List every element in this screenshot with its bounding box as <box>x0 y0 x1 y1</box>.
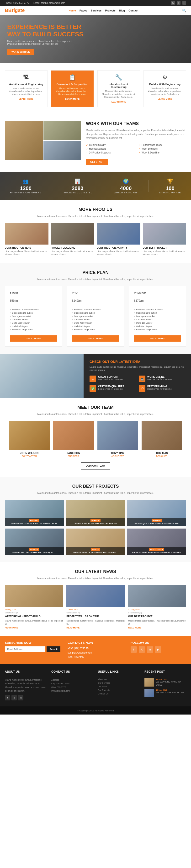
best-project-5: MASTER MASTER PLAN OF PROJECT IN THE YOU… <box>66 529 125 555</box>
nav-projects[interactable]: Projects <box>105 9 115 12</box>
service-desc: Mauris mattis auctor cursus. Phasellus t… <box>147 87 182 96</box>
best-projects-title: OUR BEST PROJECTS <box>5 484 186 489</box>
learn-more-link[interactable]: Learn More <box>55 98 90 100</box>
news-img <box>66 585 124 607</box>
service-title: Architecture & Engineering <box>9 83 44 86</box>
project-label: MATERIAL WE USE QUALITY MATERIAL IS GOOD… <box>127 518 186 526</box>
instagram-icon[interactable]: in <box>182 1 186 5</box>
price-feature: Best agency market <box>134 315 181 317</box>
news-card-3: 17 May, 2019 Construction (0) OUR BEST P… <box>128 585 186 629</box>
project-name: CONSTRUCTION ACTIVITY <box>97 246 140 249</box>
footer-recent-title: RECENT POST <box>145 670 165 675</box>
read-more-link[interactable]: Read More <box>128 626 186 629</box>
idea-feat-text: CERTIFIED QUALITIES Best Service for Cus… <box>98 385 124 390</box>
search-icon[interactable]: 🔍 <box>182 9 186 12</box>
instagram-social-link[interactable]: in <box>147 646 153 653</box>
news-excerpt: Mauris mattis auctor cursus. Phasellus t… <box>66 619 124 625</box>
price-cta-premium[interactable]: GET STARTED <box>134 335 181 342</box>
news-section: OUR LATEST NEWS Mauris mattis auctor cur… <box>0 562 191 636</box>
winners-icon: 🏆 <box>159 178 181 184</box>
team-name: JANE SON <box>53 452 94 455</box>
feat-sub: Best Service for Customer <box>147 388 173 390</box>
facebook-social-link[interactable]: f <box>130 646 137 653</box>
services-section: 🏗 Architecture & Engineering Mauris matt… <box>0 63 191 114</box>
idea-feature-quality: ✅ CERTIFIED QUALITIES Best Service for C… <box>89 385 136 392</box>
nav-blog[interactable]: Blog <box>119 9 125 12</box>
email-label: Email: sample@example.com <box>33 2 65 4</box>
feat-sub: Best Service for Customer <box>98 388 124 390</box>
price-cards: START $59/m Build with advance business … <box>5 286 186 347</box>
footer-link-about[interactable]: About Us <box>98 678 140 681</box>
price-feature: Unlimited Pages <box>134 325 181 328</box>
service-card-consultant: 📋 Consultant & Preparation Mauris mattis… <box>51 70 94 107</box>
footer-news-item-1: 17 May 2019 WE WORKING HARD TO BUILD <box>145 678 186 687</box>
footer-link-services[interactable]: Our Services <box>98 682 140 684</box>
nav-services[interactable]: Services <box>91 9 102 12</box>
twitter-icon[interactable]: 𝕏 <box>171 1 175 5</box>
team-photo <box>9 421 50 450</box>
branches-number: 4000 <box>114 185 138 191</box>
youtube-social-link[interactable]: ▶ <box>155 646 161 653</box>
news-card-1: 17 May, 2019 Construction (0) WE WORKING… <box>5 585 63 629</box>
footer-contact-phone: (206) 555 7777 <box>51 686 93 689</box>
work-img-1 <box>5 121 43 160</box>
footer-instagram-icon[interactable]: in <box>18 695 24 701</box>
subscribe-input[interactable] <box>5 646 45 652</box>
learn-more-link[interactable]: Learn More <box>9 98 44 100</box>
footer-link-projects[interactable]: Our Projects <box>98 689 140 691</box>
news-article-title: OUR BEST PROJECT <box>128 615 186 618</box>
learn-more-link[interactable]: Learn More <box>101 101 136 103</box>
project-tag: MATERIAL <box>152 519 162 522</box>
subscribe-form: Submit <box>5 646 61 652</box>
nav-home[interactable]: Home <box>69 9 76 12</box>
footer-twitter-icon[interactable]: 𝕏 <box>11 695 17 701</box>
price-feature: Best agency market <box>72 315 119 317</box>
subscribe-button[interactable]: Submit <box>46 646 61 652</box>
footer-link-team[interactable]: Our Team <box>98 685 140 688</box>
hero-content: EXPERIENCE IS BETTER WAY TO BUILD SUCCES… <box>7 23 83 55</box>
footer-news-img <box>145 689 154 697</box>
price-card-start: START $59/m Build with advance business … <box>5 286 62 347</box>
work-img-2 <box>43 121 81 140</box>
hero-cta-button[interactable]: WORK WITH US <box>7 49 34 55</box>
read-more-link[interactable]: Read More <box>5 626 63 629</box>
join-team-button[interactable]: JOIN OUR TEAM <box>81 462 110 469</box>
idea-features: 🛡 GREAT SUPPORT Best Service for Custome… <box>89 376 185 392</box>
team-photo <box>98 421 138 450</box>
project-card-2: PROJECT DEADLINE Ut at magna aliqua. Mau… <box>51 223 94 256</box>
nav-contact[interactable]: Contact <box>128 9 138 12</box>
team-photo <box>53 421 94 450</box>
idea-section: CHECK OUT OUR LATEST IDEA Mauris mattis … <box>0 354 191 398</box>
project-img-construction <box>5 223 48 245</box>
news-title: OUR LATEST NEWS <box>5 569 186 574</box>
project-sub: Ut at magna aliqua. Mauris tincidunt urn… <box>143 250 187 256</box>
feat-title: BEST BRANDING <box>147 385 173 388</box>
news-img <box>128 585 186 607</box>
get-start-button[interactable]: GET START <box>86 159 108 165</box>
project-label: MASTER MASTER PLAN OF PROJECT IN THE YOU… <box>66 547 125 555</box>
price-per: /m <box>140 299 144 302</box>
more-title: MORE FROM US <box>5 207 186 212</box>
learn-more-link[interactable]: Learn More <box>147 98 182 100</box>
twitter-social-link[interactable]: 𝕏 <box>139 646 145 653</box>
facebook-icon[interactable]: f <box>177 1 181 5</box>
read-more-link[interactable]: Read More <box>66 626 124 629</box>
price-cta-start[interactable]: GET STARTED <box>10 335 57 342</box>
news-subtitle: Mauris mattis auctor cursus. Phasellus t… <box>36 577 155 581</box>
footer-contact-city: City, County 12345 <box>51 682 93 685</box>
navigation: BBrigate Home Pages Services Projects Bl… <box>0 6 191 15</box>
nav-pages[interactable]: Pages <box>79 9 87 12</box>
footer-facebook-icon[interactable]: f <box>5 695 10 701</box>
team-photo <box>142 421 182 450</box>
project-label: PROJECT PROJECT WILL BE ON TIME AND BEST… <box>5 547 64 555</box>
project-label: ARCHITECTURE ARCHITECTURE AND ENGINEERIN… <box>127 547 186 555</box>
builder-icon: ⚙ <box>147 74 182 81</box>
logo[interactable]: BBrigate <box>5 8 25 13</box>
nav-links: Home Pages Services Projects Blog Contac… <box>69 9 138 12</box>
footer-link-contact[interactable]: Contact Us <box>98 692 140 695</box>
team-name: TONY TINY <box>98 452 138 455</box>
news-date: 17 May, 2019 <box>5 609 63 611</box>
hero-title: EXPERIENCE IS BETTER WAY TO BUILD SUCCES… <box>7 23 83 38</box>
price-cta-pro[interactable]: GET STARTED <box>72 335 119 342</box>
project-tag: MASTER <box>91 548 100 551</box>
